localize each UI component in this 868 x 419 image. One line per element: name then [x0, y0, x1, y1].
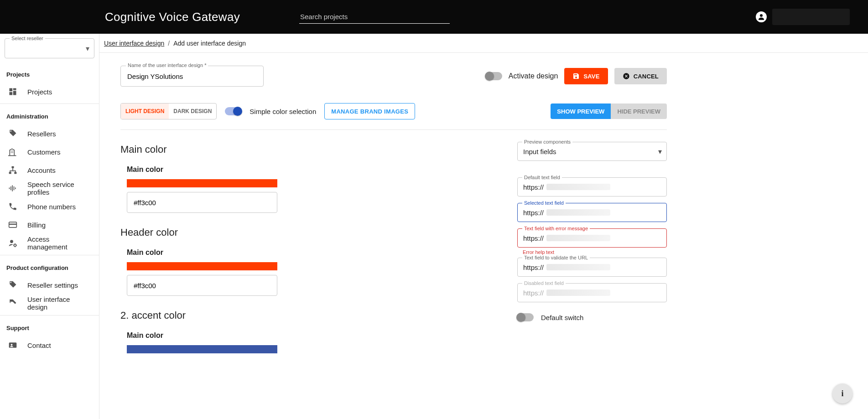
svg-rect-8 — [9, 187, 10, 189]
sidebar-item-label: Reseller settings — [27, 281, 78, 289]
svg-point-15 — [10, 240, 13, 243]
sidebar-item-billing[interactable]: Billing — [0, 216, 99, 234]
error-text-field[interactable]: Text field with error message https:// — [517, 228, 667, 248]
user-gear-icon — [8, 238, 17, 248]
content: Name of the user interface design * Acti… — [99, 53, 688, 381]
svg-rect-5 — [12, 166, 14, 168]
cancel-button-label: CANCEL — [634, 73, 659, 80]
tab-dark-design[interactable]: DARK DESIGN — [169, 103, 216, 119]
default-text-field-value: https:// — [523, 183, 544, 191]
tag-icon — [8, 280, 17, 290]
reseller-select[interactable]: Select reseller ▾ — [5, 38, 94, 58]
sub-main-color-2: Main color — [127, 248, 499, 257]
selected-text-field-value: https:// — [523, 209, 544, 217]
user-avatar-icon[interactable] — [756, 11, 767, 22]
sub-main-color-3: Main color — [127, 331, 499, 340]
sidebar-item-contact[interactable]: Contact — [0, 336, 99, 354]
sidebar-item-label: Phone numbers — [27, 203, 76, 211]
svg-rect-14 — [9, 224, 17, 225]
preview-components-label: Preview components — [522, 139, 572, 145]
redacted-value — [546, 290, 610, 296]
user-chip[interactable] — [772, 9, 850, 25]
disabled-text-field-value: https:// — [523, 289, 544, 297]
sidebar-item-customers[interactable]: Customers — [0, 143, 99, 161]
svg-rect-1 — [10, 88, 13, 92]
sidebar-item-label: Contact — [27, 341, 51, 349]
main-color-swatch[interactable] — [127, 179, 277, 187]
error-help-text: Error help text — [523, 249, 667, 255]
tab-light-design[interactable]: LIGHT DESIGN — [121, 103, 169, 119]
info-fab[interactable]: i — [832, 383, 852, 403]
redacted-value — [546, 264, 610, 270]
section-main-color: Main color — [120, 144, 499, 155]
appbar-user-area — [756, 9, 850, 25]
activate-and-actions: Activate design SAVE CANCEL — [486, 68, 667, 84]
url-text-field-value: https:// — [523, 264, 544, 271]
sidebar-item-speech[interactable]: Speech service profiles — [0, 179, 99, 197]
svg-point-18 — [11, 344, 13, 346]
sidebar-item-reseller-settings[interactable]: Reseller settings — [0, 276, 99, 294]
default-switch-row: Default switch — [517, 313, 667, 321]
simple-color-toggle[interactable] — [225, 107, 241, 115]
breadcrumb-separator: / — [168, 40, 170, 47]
header-color-swatch[interactable] — [127, 262, 277, 270]
sidebar-section-projects: Projects — [0, 65, 99, 83]
preview-tabs: SHOW PREVIEW HIDE PREVIEW — [551, 103, 667, 119]
svg-rect-12 — [15, 187, 16, 189]
url-text-field[interactable]: Text field to validate the URL https:// — [517, 258, 667, 277]
default-switch-label: Default switch — [541, 314, 583, 321]
show-preview-tab[interactable]: SHOW PREVIEW — [551, 103, 611, 119]
sidebar-item-accounts[interactable]: Accounts — [0, 161, 99, 179]
sidebar-item-label: Projects — [27, 88, 52, 96]
redacted-value — [546, 184, 610, 190]
breadcrumb-current: Add user interface design — [173, 40, 246, 47]
sub-main-color-1: Main color — [127, 166, 499, 174]
save-button-label: SAVE — [583, 73, 599, 80]
design-name-input[interactable] — [120, 66, 264, 87]
disabled-text-field-label: Disabled text field — [522, 280, 566, 286]
sidebar-item-phone[interactable]: Phone numbers — [0, 197, 99, 216]
section-header-color: Header color — [120, 227, 499, 238]
preview-components-select[interactable]: Preview components Input fields ▾ — [517, 142, 667, 161]
sidebar-item-resellers[interactable]: Resellers — [0, 124, 99, 143]
breadcrumb: User interface design / Add user interfa… — [99, 34, 868, 53]
manage-brand-images-button[interactable]: MANAGE BRAND IMAGES — [324, 103, 415, 119]
hide-preview-tab[interactable]: HIDE PREVIEW — [611, 103, 667, 119]
simple-color-label: Simple color selection — [249, 108, 316, 115]
sidebar-item-access[interactable]: Access management — [0, 234, 99, 252]
error-field-group: Text field with error message https:// E… — [517, 228, 667, 255]
accent-color-swatch[interactable] — [127, 345, 277, 353]
header-color-input[interactable] — [127, 275, 277, 296]
main-region: User interface design / Add user interfa… — [99, 34, 868, 419]
contact-card-icon — [8, 341, 17, 350]
default-switch-toggle[interactable] — [517, 313, 534, 321]
sidebar-section-administration: Administration — [0, 107, 99, 124]
selected-text-field-label: Selected text field — [522, 200, 566, 206]
sidebar-item-label: Resellers — [27, 130, 56, 138]
default-text-field[interactable]: Default text field https:// — [517, 177, 667, 197]
sidebar-section-product-config: Product configuration — [0, 258, 99, 276]
svg-rect-3 — [13, 91, 16, 95]
disabled-text-field: Disabled text field https:// — [517, 283, 667, 302]
color-settings-column: Main color Main color Header color Main … — [120, 142, 499, 353]
palette-icon — [8, 299, 17, 308]
building-icon — [8, 147, 17, 156]
activate-design-toggle[interactable] — [486, 72, 502, 80]
sidebar-item-ui-design[interactable]: User interface design — [0, 294, 99, 312]
svg-rect-7 — [14, 172, 16, 174]
save-button[interactable]: SAVE — [564, 68, 608, 84]
redacted-value — [546, 235, 610, 241]
svg-rect-10 — [12, 185, 13, 191]
search-input[interactable] — [299, 10, 450, 24]
main-color-input[interactable] — [127, 192, 277, 213]
sidebar-item-label: Speech service profiles — [27, 181, 91, 196]
sidebar-item-label: Customers — [27, 148, 61, 156]
redacted-value — [546, 209, 610, 216]
cancel-button[interactable]: CANCEL — [614, 68, 667, 84]
breadcrumb-root-link[interactable]: User interface design — [104, 40, 164, 47]
sidebar-item-label: User interface design — [27, 295, 91, 311]
sidebar-item-projects[interactable]: Projects — [0, 83, 99, 101]
divider — [0, 315, 99, 316]
selected-text-field[interactable]: Selected text field https:// — [517, 203, 667, 222]
chevron-down-icon: ▾ — [86, 44, 89, 53]
